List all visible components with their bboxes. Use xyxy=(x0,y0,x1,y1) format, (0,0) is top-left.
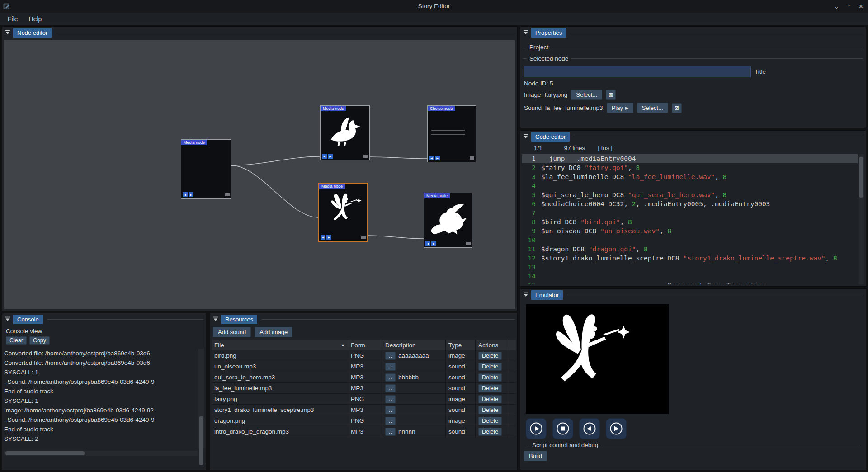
node-prev-button[interactable]: ◀ xyxy=(183,192,188,197)
add-image-button[interactable]: Add image xyxy=(255,327,292,337)
code-line[interactable]: 6$mediaChoice0004 DC32, 2, .mediaEntry00… xyxy=(522,199,858,208)
resource-row[interactable]: qui_sera_le_hero.mp3MP3..bbbbbbsoundDele… xyxy=(212,372,516,383)
node-next-button[interactable]: ▶ xyxy=(435,156,440,160)
maximize-icon[interactable]: ⌃ xyxy=(846,3,851,10)
collapse-icon[interactable] xyxy=(523,29,529,36)
collapse-icon[interactable] xyxy=(523,292,529,298)
media-node[interactable]: Media node◀▶ xyxy=(181,139,231,199)
node-next-button[interactable]: ▶ xyxy=(431,241,436,246)
panel-title[interactable]: Resources xyxy=(221,315,257,324)
collapse-icon[interactable] xyxy=(212,316,219,322)
code-scrollbar[interactable] xyxy=(859,154,864,284)
resource-row[interactable]: un_oiseau.mp3MP3..soundDelete xyxy=(212,361,516,372)
menu-file[interactable]: File xyxy=(3,14,23,24)
media-node[interactable]: Media node◀▶ xyxy=(320,105,370,160)
sound-play-button[interactable]: Play ▶ xyxy=(607,103,633,113)
console-vscrollbar[interactable] xyxy=(198,349,204,449)
delete-button[interactable]: Delete xyxy=(478,384,502,392)
resource-row[interactable]: bird.pngPNG..aaaaaaaaaimageDelete xyxy=(212,350,516,361)
add-sound-button[interactable]: Add sound xyxy=(213,327,251,337)
emulator-next-button[interactable] xyxy=(606,418,627,439)
code-text-area[interactable]: 1 jump .mediaEntry00042$fairy DC8 "fairy… xyxy=(522,154,858,284)
node-prev-button[interactable]: ◀ xyxy=(322,154,327,159)
menu-help[interactable]: Help xyxy=(24,14,47,24)
edit-description-button[interactable]: .. xyxy=(385,352,396,360)
collapse-icon[interactable] xyxy=(5,29,11,36)
code-line[interactable]: 2$fairy DC8 "fairy.qoi", 8 xyxy=(522,163,858,172)
edit-description-button[interactable]: .. xyxy=(385,384,396,392)
delete-button[interactable]: Delete xyxy=(478,352,502,360)
edit-description-button[interactable]: .. xyxy=(385,395,396,403)
console-hscrollbar[interactable] xyxy=(4,451,198,456)
console-clear-button[interactable]: Clear xyxy=(6,336,27,345)
code-line[interactable]: 14 xyxy=(522,272,858,281)
edit-description-button[interactable]: .. xyxy=(385,363,396,371)
panel-title[interactable]: Node editor xyxy=(13,28,52,38)
console-copy-button[interactable]: Copy xyxy=(29,336,50,345)
code-line[interactable]: 8$bird DC8 "bird.qoi", 8 xyxy=(522,217,858,227)
code-line[interactable]: 10 xyxy=(522,236,858,245)
node-next-button[interactable]: ▶ xyxy=(189,192,193,197)
panel-title[interactable]: Emulator xyxy=(531,290,563,300)
node-next-button[interactable]: ▶ xyxy=(328,154,333,159)
collapse-icon[interactable] xyxy=(523,133,529,140)
image-select-button[interactable]: Select... xyxy=(571,90,602,100)
code-line[interactable]: 7 xyxy=(522,208,858,217)
image-clear-button[interactable]: ⊠ xyxy=(606,90,616,100)
code-line[interactable]: 15 Personnal Tags Transition xyxy=(522,281,858,284)
edit-description-button[interactable]: .. xyxy=(385,373,396,382)
resource-row[interactable]: fairy.pngPNG..imageDelete xyxy=(212,394,516,405)
node-graph-canvas[interactable]: Media node◀▶Media node◀▶Choice node◀▶Med… xyxy=(4,40,515,309)
delete-button[interactable]: Delete xyxy=(478,417,502,425)
column-type[interactable]: Type xyxy=(446,340,476,350)
collapse-icon[interactable] xyxy=(5,316,11,322)
delete-button[interactable]: Delete xyxy=(478,428,502,436)
media-node[interactable]: Media node◀▶ xyxy=(424,193,472,248)
code-line[interactable]: 3$la_fee_luminelle DC8 "la_fee_luminelle… xyxy=(522,172,858,181)
node-next-button[interactable]: ▶ xyxy=(326,235,331,240)
code-line[interactable]: 5$qui_sera_le_hero DC8 "qui_sera_le_hero… xyxy=(522,190,858,199)
delete-button[interactable]: Delete xyxy=(478,395,502,403)
code-line[interactable]: 4 xyxy=(522,181,858,190)
column-file[interactable]: File ▲ xyxy=(212,340,348,350)
console-log[interactable]: Converted file: /home/anthony/ostproj/ba… xyxy=(4,349,198,449)
media-node[interactable]: Media node◀▶ xyxy=(318,183,368,242)
code-scrollbar-thumb[interactable] xyxy=(859,157,863,198)
node-prev-button[interactable]: ◀ xyxy=(321,235,326,240)
title-input[interactable] xyxy=(524,66,751,77)
emulator-prev-button[interactable] xyxy=(579,418,600,439)
close-icon[interactable]: ✕ xyxy=(859,3,863,10)
edit-description-button[interactable]: .. xyxy=(385,406,396,414)
minimize-icon[interactable]: ⌄ xyxy=(834,3,839,10)
code-line[interactable]: 9$un_oiseau DC8 "un_oiseau.wav", 8 xyxy=(522,227,858,236)
choice-node[interactable]: Choice node◀▶ xyxy=(427,105,476,162)
node-prev-button[interactable]: ◀ xyxy=(425,241,430,246)
sound-select-button[interactable]: Select... xyxy=(637,103,668,113)
sound-clear-button[interactable]: ⊠ xyxy=(672,103,682,113)
resource-row[interactable]: dragon.pngPNG..imageDelete xyxy=(212,415,516,426)
delete-button[interactable]: Delete xyxy=(478,373,502,382)
console-hscrollbar-thumb[interactable] xyxy=(5,451,85,455)
node-prev-button[interactable]: ◀ xyxy=(429,156,434,160)
edit-description-button[interactable]: .. xyxy=(385,428,396,436)
console-vscrollbar-thumb[interactable] xyxy=(199,416,203,465)
delete-button[interactable]: Delete xyxy=(478,363,502,371)
emulator-stop-button[interactable] xyxy=(552,418,573,439)
code-line[interactable]: 12$story1_drako_luminelle_sceptre DC8 "s… xyxy=(522,254,858,263)
panel-title[interactable]: Console xyxy=(13,315,43,324)
emulator-play-button[interactable] xyxy=(526,418,547,439)
code-line[interactable]: 11$dragon DC8 "dragon.qoi", 8 xyxy=(522,245,858,254)
resource-row[interactable]: la_fee_luminelle.mp3MP3..soundDelete xyxy=(212,383,516,394)
delete-button[interactable]: Delete xyxy=(478,406,502,414)
edit-description-button[interactable]: .. xyxy=(385,417,396,425)
resource-row[interactable]: story1_drako_luminelle_sceptre.mp3MP3..s… xyxy=(212,405,516,415)
code-line[interactable]: 13 xyxy=(522,263,858,272)
build-button[interactable]: Build xyxy=(524,451,547,461)
panel-title[interactable]: Code editor xyxy=(531,132,570,142)
column-format[interactable]: Form. xyxy=(348,340,382,350)
column-actions[interactable]: Actions xyxy=(476,340,509,350)
code-line[interactable]: 1 jump .mediaEntry0004 xyxy=(522,154,858,163)
resource-row[interactable]: intro_drako_le_dragon.mp3MP3..nnnnnsound… xyxy=(212,426,516,437)
column-description[interactable]: Description xyxy=(382,340,446,350)
panel-title[interactable]: Properties xyxy=(531,28,566,38)
